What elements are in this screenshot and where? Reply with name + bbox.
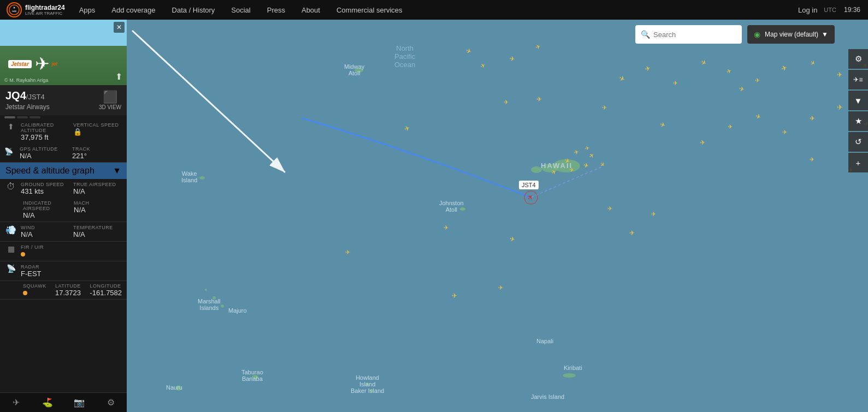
- photo-credit: © M. Raykahn Ariga: [4, 77, 48, 83]
- nav-right: Log in UTC 19:36: [798, 6, 868, 14]
- login-link[interactable]: Log in: [798, 6, 817, 14]
- speed-icon: ⏱: [4, 182, 17, 192]
- star-button[interactable]: ★: [848, 111, 868, 131]
- route-tab-icon: ⛳: [42, 397, 53, 408]
- nav-item-about[interactable]: About: [294, 0, 328, 20]
- true-airspeed-value: N/A: [73, 187, 122, 195]
- nav-item-commercial-services[interactable]: Commercial services: [329, 0, 410, 20]
- filter-button[interactable]: ▼: [848, 91, 868, 110]
- right-toolbar: ⚙ ✈≡ ▼ ★ ↺ +: [848, 49, 868, 174]
- gps-altitude-label: GPS ALTITUDE: [20, 146, 70, 152]
- search-bar: 🔍: [635, 25, 742, 44]
- settings-tab-icon: ⚙: [107, 397, 115, 408]
- nav-item-social[interactable]: Social: [223, 0, 258, 20]
- wind-icon: 💨: [4, 225, 17, 235]
- altitude-speed-section: ⬆ CALIBRATED ALTITUDE 37,975 ft VERTICAL…: [0, 115, 127, 163]
- flight-airline: Jetstar Airways: [5, 103, 50, 111]
- clock: 19:36: [844, 6, 860, 14]
- layers-button[interactable]: ✈≡: [848, 70, 868, 89]
- speed-section: ⏱ GROUND SPEED 431 kts TRUE AIRSPEED N/A…: [0, 179, 127, 222]
- vertical-speed-cell: VERTICAL SPEED 🔒: [73, 122, 122, 136]
- sidebar-tab-photos[interactable]: 📷: [63, 393, 95, 412]
- logo[interactable]: ✈ fr24 flightradar24 LIVE AIR TRAFFIC: [0, 2, 72, 17]
- photos-tab-icon: 📷: [74, 397, 85, 408]
- squawk-section: SQUAWK LATITUDE 17.3723 LONGITUDE -161.7…: [0, 281, 127, 300]
- flight-header: JQ4/JST4 Jetstar Airways ⬛ 3D VIEW: [0, 85, 127, 115]
- indicated-airspeed-label: INDICATED AIRSPEED: [23, 200, 72, 211]
- radar-icon: 📡: [4, 264, 17, 273]
- altitude-row: ⬆ CALIBRATED ALTITUDE 37,975 ft VERTICAL…: [0, 120, 127, 144]
- sidebar: Jetstar ✈ jet ✕ © M. Raykahn Ariga ⬆ JQ4…: [0, 20, 127, 412]
- flight-icao: /JST4: [26, 93, 45, 101]
- vertical-speed-label: VERTICAL SPEED: [73, 122, 122, 128]
- vertical-speed-lock-icon: 🔒: [73, 128, 82, 136]
- ground-speed-row: ⏱ GROUND SPEED 431 kts TRUE AIRSPEED N/A: [0, 179, 127, 198]
- map-view-dropdown-arrow: ▼: [822, 31, 828, 38]
- sidebar-tabs: ✈ ⛳ 📷 ⚙: [0, 392, 127, 412]
- map-area[interactable]: ✈ ✈ ✈ ✈ ✈ ✈ ✈ ✈ ✈ ✈ ✈ ✈ ✈ ✈ ✈ ✈ ✈ ✈ ✈ ✈ …: [127, 20, 868, 412]
- close-button[interactable]: ✕: [114, 22, 125, 33]
- nav-item-press[interactable]: Press: [259, 0, 293, 20]
- radar-cell: RADAR F-EST: [21, 264, 122, 278]
- radar-label: RADAR: [21, 264, 122, 270]
- refresh-button[interactable]: ↺: [848, 132, 868, 152]
- nav-item-add-coverage[interactable]: Add coverage: [104, 0, 163, 20]
- 3d-icon: ⬛: [103, 90, 117, 104]
- gps-icon: 📡: [4, 146, 17, 160]
- share-button[interactable]: ⬆: [115, 71, 122, 82]
- flight-id: JQ4: [5, 89, 26, 101]
- nav-item-apps[interactable]: Apps: [72, 0, 103, 20]
- calibrated-altitude-value: 37,975 ft: [21, 133, 70, 141]
- fir-value: [21, 250, 122, 258]
- true-airspeed-cell: TRUE AIRSPEED N/A: [73, 182, 122, 195]
- search-input[interactable]: [653, 31, 736, 39]
- indicated-airspeed-cell: INDICATED AIRSPEED N/A: [23, 200, 72, 219]
- temperature-value: N/A: [73, 230, 122, 238]
- nav-item-data---history[interactable]: Data / History: [164, 0, 223, 20]
- info-tab-icon: ✈: [13, 397, 20, 408]
- map-view-button[interactable]: ◉ Map view (default) ▼: [747, 25, 835, 44]
- navbar: ✈ fr24 flightradar24 LIVE AIR TRAFFIC Ap…: [0, 0, 868, 20]
- radar-row: 📡 RADAR F-EST: [0, 261, 127, 280]
- sidebar-tab-settings[interactable]: ⚙: [95, 393, 127, 412]
- add-button[interactable]: +: [848, 153, 868, 172]
- sidebar-tab-route[interactable]: ⛳: [32, 393, 63, 412]
- logo-sub: LIVE AIR TRAFFIC: [25, 11, 65, 16]
- sidebar-tab-info[interactable]: ✈: [0, 393, 32, 412]
- graph-section-header[interactable]: Speed & altitude graph ▼: [0, 163, 127, 179]
- fir-section: ▦ FIR / UIR: [0, 242, 127, 261]
- settings-button[interactable]: ⚙: [848, 49, 868, 69]
- ground-speed-cell: GROUND SPEED 431 kts: [21, 182, 70, 195]
- track-cell: TRACK 221°: [72, 146, 122, 160]
- latitude-cell: LATITUDE 17.3723: [55, 283, 88, 297]
- fir-icon: ▦: [4, 244, 17, 253]
- squawk-row: SQUAWK LATITUDE 17.3723 LONGITUDE -161.7…: [0, 281, 127, 299]
- gps-altitude-value: N/A: [20, 152, 70, 160]
- fir-cell: FIR / UIR: [21, 244, 122, 258]
- fir-label: FIR / UIR: [21, 244, 122, 250]
- altitude-icon: ⬆: [4, 122, 17, 131]
- ground-speed-label: GROUND SPEED: [21, 182, 70, 187]
- spacer: [4, 200, 21, 219]
- svg-text:✈: ✈: [13, 6, 16, 9]
- mach-value: N/A: [74, 206, 122, 214]
- view-3d-button[interactable]: ⬛ 3D VIEW: [99, 90, 121, 110]
- signal-icon: ◉: [754, 30, 760, 39]
- vertical-speed-value: 🔒: [73, 128, 122, 136]
- logo-text: flightradar24: [25, 4, 65, 11]
- wind-value: N/A: [21, 230, 70, 238]
- calibrated-altitude-cell: CALIBRATED ALTITUDE 37,975 ft: [21, 122, 70, 141]
- mach-label: MACH: [74, 200, 122, 206]
- indicated-mach-row: INDICATED AIRSPEED N/A MACH N/A: [0, 198, 127, 222]
- longitude-value: -161.7582: [90, 289, 123, 297]
- graph-title: Speed & altitude graph: [5, 166, 95, 176]
- map-ocean: [127, 20, 868, 412]
- squawk-label: SQUAWK: [23, 283, 53, 289]
- latitude-label: LATITUDE: [55, 283, 88, 289]
- temperature-label: TEMPERATURE: [73, 225, 122, 230]
- indicated-airspeed-value: N/A: [23, 211, 72, 219]
- map-view-label: Map view (default): [765, 31, 818, 38]
- view-3d-label: 3D VIEW: [99, 104, 121, 110]
- squawk-status-dot: [23, 291, 27, 295]
- logo-icon: ✈ fr24: [7, 2, 22, 17]
